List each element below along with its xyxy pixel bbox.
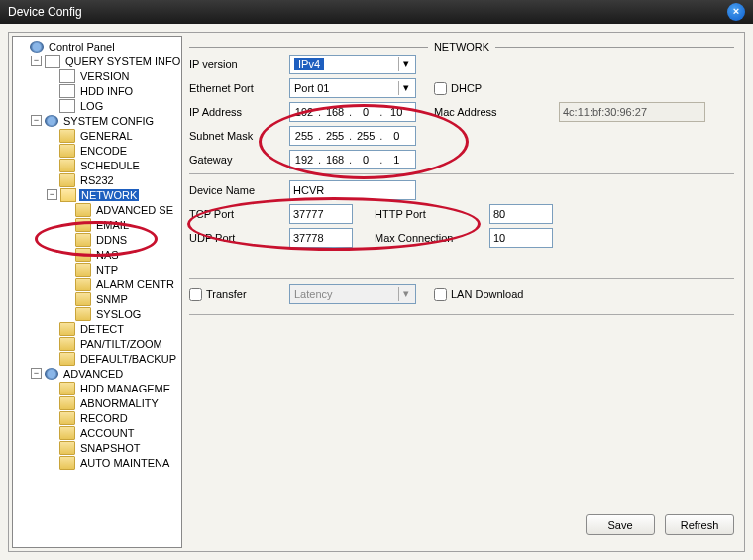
window-title: Device Config — [8, 5, 82, 19]
expander-icon[interactable]: − — [31, 368, 42, 379]
close-icon[interactable]: × — [727, 3, 745, 21]
tree-label: LOG — [78, 100, 105, 112]
tree-label: ALARM CENTR — [94, 279, 176, 290]
section-title: NETWORK — [189, 41, 734, 53]
chevron-down-icon: ▾ — [398, 57, 413, 71]
tree-item[interactable]: ACCOUNT — [15, 425, 179, 440]
tree-item[interactable]: SYSLOG — [15, 306, 179, 321]
tree-item[interactable]: ABNORMALITY — [15, 395, 179, 410]
folder-icon — [59, 352, 75, 366]
device-name-input[interactable] — [289, 180, 416, 200]
tree-item[interactable]: NAS — [15, 247, 179, 262]
folder-icon — [59, 144, 75, 158]
tree-label: RS232 — [78, 174, 116, 186]
tree-item[interactable]: DETECT — [15, 321, 179, 336]
tree-item[interactable]: RS232 — [15, 172, 179, 187]
folder-icon — [59, 456, 75, 470]
tree-item[interactable]: SCHEDULE — [15, 158, 179, 172]
subnet-mask-input[interactable]: . . . — [289, 126, 416, 146]
tree-network[interactable]: −NETWORK — [15, 187, 179, 202]
ip-address-label: IP Address — [189, 106, 283, 118]
folder-icon — [75, 278, 91, 291]
tree-label: ABNORMALITY — [78, 397, 161, 409]
tcp-port-input[interactable] — [289, 204, 353, 224]
tree-item[interactable]: DDNS — [15, 232, 179, 247]
dhcp-checkbox[interactable]: DHCP — [434, 82, 553, 95]
lan-download-checkbox[interactable]: LAN Download — [434, 288, 553, 301]
folder-icon — [59, 159, 75, 172]
page-icon — [59, 69, 75, 83]
tree-label: ADVANCED — [61, 368, 125, 380]
tree-advanced[interactable]: −ADVANCED — [15, 366, 179, 381]
folder-icon — [59, 382, 75, 395]
gateway-input[interactable]: . . . — [289, 150, 416, 169]
page-icon — [59, 99, 75, 113]
tree-label: SNAPSHOT — [78, 442, 143, 454]
tree-item[interactable]: AUTO MAINTENA — [15, 455, 179, 470]
folder-icon — [75, 292, 91, 306]
tree-item[interactable]: NTP — [15, 262, 179, 277]
refresh-button[interactable]: Refresh — [665, 514, 734, 535]
tree-item[interactable]: GENERAL — [15, 128, 179, 143]
tree-item[interactable]: ADVANCED SE — [15, 202, 179, 217]
tree-label: DETECT — [78, 323, 126, 335]
tree-label: ENCODE — [78, 145, 129, 157]
tree-label: SYSTEM CONFIG — [61, 115, 156, 127]
mac-address-field — [559, 102, 705, 122]
http-port-input[interactable] — [489, 204, 553, 224]
content-pane: NETWORK IP version IPv4 ▾ Ethernet Port … — [189, 39, 734, 545]
subnet-mask-label: Subnet Mask — [189, 130, 283, 142]
expander-icon[interactable]: − — [31, 115, 42, 126]
transfer-checkbox[interactable]: Transfer — [189, 288, 283, 301]
tree-item[interactable]: VERSION — [15, 68, 179, 83]
tree-item[interactable]: ALARM CENTR — [15, 277, 179, 291]
ip-version-combo[interactable]: IPv4 ▾ — [289, 55, 416, 74]
gateway-label: Gateway — [189, 154, 283, 166]
tree-label: GENERAL — [78, 130, 135, 142]
udp-port-input[interactable] — [289, 228, 353, 248]
folder-icon — [59, 411, 75, 425]
max-connection-input[interactable] — [489, 228, 553, 248]
folder-icon — [75, 248, 91, 262]
ip-address-input[interactable]: . . . — [289, 102, 416, 122]
tree-item[interactable]: DEFAULT/BACKUP — [15, 351, 179, 366]
tree-system[interactable]: −SYSTEM CONFIG — [15, 113, 179, 128]
udp-port-label: UDP Port — [189, 232, 283, 244]
http-port-label: HTTP Port — [375, 208, 484, 220]
tree-label: SYSLOG — [94, 308, 143, 320]
tree-item[interactable]: RECORD — [15, 410, 179, 425]
tree-item[interactable]: LOG — [15, 98, 179, 113]
save-button[interactable]: Save — [586, 514, 655, 535]
ethernet-port-label: Ethernet Port — [189, 82, 283, 94]
folder-icon — [59, 173, 75, 187]
tree-label: RECORD — [78, 412, 130, 424]
tree-label: DEFAULT/BACKUP — [78, 353, 178, 365]
folder-icon — [75, 203, 91, 217]
folder-icon — [59, 396, 75, 410]
tree-label: EMAIL — [94, 219, 131, 231]
expander-icon[interactable]: − — [31, 56, 42, 66]
tree-item[interactable]: SNMP — [15, 291, 179, 306]
tree-item[interactable]: EMAIL — [15, 217, 179, 232]
folder-icon — [75, 307, 91, 321]
tree-root[interactable]: Control Panel — [15, 39, 179, 54]
tree-item[interactable]: PAN/TILT/ZOOM — [15, 336, 179, 351]
tree-label: SNMP — [94, 293, 130, 305]
tree-query[interactable]: −QUERY SYSTEM INFO — [15, 54, 179, 68]
folder-icon — [59, 337, 75, 351]
tree-sidebar: Control Panel−QUERY SYSTEM INFOVERSIONHD… — [12, 36, 182, 548]
tree-item[interactable]: HDD INFO — [15, 83, 179, 98]
tree-item[interactable]: HDD MANAGEME — [15, 381, 179, 395]
device-name-label: Device Name — [189, 184, 283, 196]
folder-icon — [75, 233, 91, 247]
page-icon — [45, 55, 60, 68]
tree-item[interactable]: SNAPSHOT — [15, 440, 179, 455]
ethernet-port-combo[interactable]: Port 01 ▾ — [289, 78, 416, 98]
transfer-mode-combo: Latency ▾ — [289, 284, 416, 304]
tree-label: HDD MANAGEME — [78, 383, 172, 394]
expander-icon[interactable]: − — [47, 189, 57, 200]
tree-label: QUERY SYSTEM INFO — [63, 56, 182, 67]
tree-item[interactable]: ENCODE — [15, 143, 179, 158]
folder-icon — [59, 129, 75, 143]
tree-label: NETWORK — [79, 189, 139, 201]
